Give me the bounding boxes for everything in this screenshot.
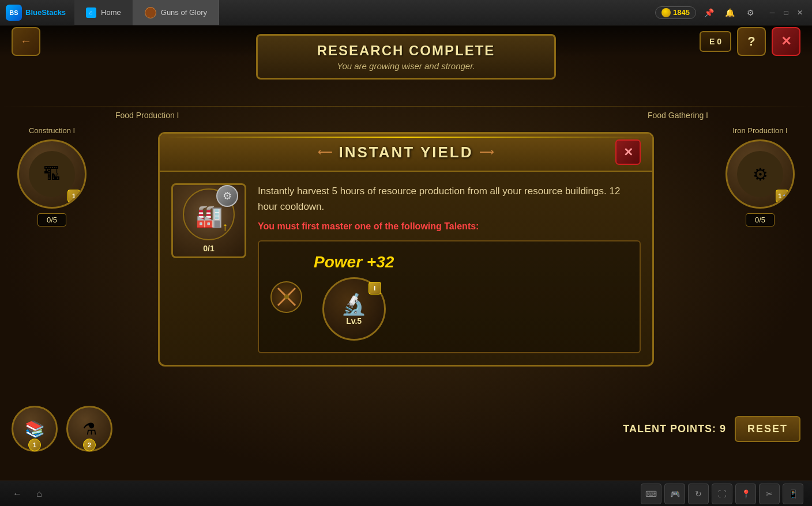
modal-header: ⟵ INSTANT YIELD ⟶ ✕ <box>160 134 652 172</box>
talent-info: Power +32 I 🔬 Lv.5 <box>314 253 394 341</box>
bottom-item-2-icon: ⚗ <box>82 420 97 439</box>
maximize-button[interactable]: □ <box>780 6 792 19</box>
game-area: ← RESEARCH COMPLETE You are growing wise… <box>0 25 812 481</box>
research-title: RESEARCH COMPLETE <box>269 43 543 59</box>
rotate-icon[interactable]: ↻ <box>688 484 709 504</box>
home-icon: ⌂ <box>86 7 96 18</box>
titlebar-right: 1845 📌 🔔 ⚙ ─ □ ✕ <box>655 5 806 21</box>
expand-icon[interactable]: ⛶ <box>712 484 732 504</box>
bottom-row: 📚 1 ⚗ 2 TALENT POINTS: 9 RESET <box>0 406 812 452</box>
instant-yield-modal: ⟵ INSTANT YIELD ⟶ ✕ ⚙ 🏭 ↑ 0/1 <box>158 132 654 367</box>
item-requirement-text: You must first master one of the followi… <box>258 221 641 232</box>
keyboard-icon[interactable]: ⌨ <box>641 484 661 504</box>
bottom-item-1-icon: 📚 <box>25 420 45 439</box>
item-main-icon: 🏭 <box>196 203 223 229</box>
research-complete-banner: RESEARCH COMPLETE You are growing wiser … <box>256 34 556 80</box>
construction-icon-circle: 🏗 1 <box>17 139 87 209</box>
talent-points-area: TALENT POINTS: 9 RESET <box>623 416 800 442</box>
horizontal-divider <box>0 106 812 107</box>
home-tab-label: Home <box>101 8 121 17</box>
back-nav-button[interactable]: ← <box>9 485 26 503</box>
iron-production-label: Iron Production I <box>732 126 787 135</box>
item-description: Instantly harvest 5 hours of resource pr… <box>258 183 641 353</box>
gamepad-icon[interactable]: 🎮 <box>664 484 685 504</box>
bottom-item-2-badge: 2 <box>83 439 96 451</box>
modal-body: ⚙ 🏭 ↑ 0/1 Instantly harvest 5 hours of r… <box>160 172 652 365</box>
taskbar-left: ← ⌂ <box>9 485 48 503</box>
iron-plus-icon: + <box>783 193 785 199</box>
gear-settings-icon[interactable]: ⚙ <box>742 5 758 21</box>
window-close-button[interactable]: ✕ <box>794 6 806 19</box>
modal-title-area: ⟵ INSTANT YIELD ⟶ <box>197 144 615 161</box>
help-button[interactable]: ? <box>737 27 766 56</box>
talent-item-icon: 🔬 <box>341 292 367 316</box>
item-arrow-up-icon: ↑ <box>222 220 228 233</box>
location-icon[interactable]: 📍 <box>735 484 756 504</box>
talent-level-text: Lv.5 <box>346 316 362 326</box>
bottom-item-1[interactable]: 📚 1 <box>12 406 58 452</box>
header-ornament-right: ⟶ <box>479 146 494 158</box>
game-tab-label: Guns of Glory <box>161 8 207 17</box>
bottom-items: 📚 1 ⚗ 2 <box>12 406 112 452</box>
construction-side-item: Construction I 🏗 1 0/5 <box>17 126 87 226</box>
top-close-button[interactable]: ✕ <box>772 27 800 56</box>
top-close-icon: ✕ <box>781 34 791 49</box>
food-production-label: Food Production I <box>115 111 179 120</box>
phone-icon[interactable]: 📱 <box>783 484 803 504</box>
iron-score: 0/5 <box>746 213 775 226</box>
bottom-item-1-badge: 1 <box>28 439 41 451</box>
titlebar: BS BlueStacks ⌂ Home Guns of Glory 1845 … <box>0 0 812 25</box>
scissors-icon[interactable]: ✂ <box>759 484 780 504</box>
item-description-text: Instantly harvest 5 hours of resource pr… <box>258 183 641 214</box>
iron-production-side-item: Iron Production I ⚙ 1 + 0/5 <box>725 126 795 226</box>
game-tab[interactable]: Guns of Glory <box>133 0 219 25</box>
taskbar-right: ⌨ 🎮 ↻ ⛶ 📍 ✂ 📱 <box>641 484 803 504</box>
pin-icon[interactable]: 📌 <box>701 5 717 21</box>
help-icon: ? <box>747 34 755 49</box>
item-icon-inner: ⚙ 🏭 ↑ <box>183 188 235 240</box>
reset-button[interactable]: RESET <box>735 416 800 442</box>
modal-close-button[interactable]: ✕ <box>615 139 641 165</box>
iron-icon-circle: ⚙ 1 + <box>725 139 795 209</box>
construction-label: Construction I <box>29 126 75 135</box>
construction-badge: 1 <box>67 190 80 202</box>
coin-icon <box>661 8 671 17</box>
talent-requirement-box: Power +32 I 🔬 Lv.5 <box>258 240 641 353</box>
talent-item-circle: I 🔬 Lv.5 <box>322 277 386 341</box>
bottom-item-2[interactable]: ⚗ 2 <box>66 406 112 452</box>
item-count: 0/1 <box>203 244 214 253</box>
header-ornament-left: ⟵ <box>318 146 333 158</box>
item-icon-box: ⚙ 🏭 ↑ 0/1 <box>171 183 246 258</box>
talent-power-text: Power +32 <box>314 253 394 271</box>
minimize-button[interactable]: ─ <box>766 6 779 19</box>
bs-logo-text: BlueStacks <box>25 8 66 17</box>
svg-point-2 <box>284 294 289 299</box>
talent-crossed-swords-icon <box>270 281 302 313</box>
bluestacks-logo: BS BlueStacks <box>6 5 66 21</box>
coin-value: 1845 <box>673 8 690 17</box>
back-arrow-icon: ← <box>20 35 32 48</box>
food-gathering-label: Food Gathering I <box>648 111 708 120</box>
item-gear-decoration: ⚙ <box>216 185 238 207</box>
home-tab[interactable]: ⌂ Home <box>74 0 133 25</box>
notification-icon[interactable]: 🔔 <box>721 5 738 21</box>
home-nav-button[interactable]: ⌂ <box>31 485 48 503</box>
top-right-buttons: E 0 ? ✕ <box>700 27 800 56</box>
bs-logo-icon: BS <box>6 5 22 21</box>
modal-close-icon: ✕ <box>623 145 633 159</box>
back-button[interactable]: ← <box>12 27 40 56</box>
coin-display: 1845 <box>655 6 696 19</box>
top-bar: ← RESEARCH COMPLETE You are growing wise… <box>0 25 812 57</box>
window-controls: ─ □ ✕ <box>766 6 806 19</box>
construction-score: 0/5 <box>37 213 66 226</box>
game-tab-icon <box>145 7 156 18</box>
taskbar: ← ⌂ ⌨ 🎮 ↻ ⛶ 📍 ✂ 📱 <box>0 481 812 506</box>
modal-title: INSTANT YIELD <box>339 144 473 161</box>
talent-points-label: TALENT POINTS: 9 <box>623 423 726 435</box>
iron-badge: 1 + <box>776 190 788 202</box>
research-subtitle: You are growing wiser and stronger. <box>269 61 543 71</box>
score-display: E 0 <box>700 31 731 52</box>
talent-item-badge: I <box>369 282 381 294</box>
